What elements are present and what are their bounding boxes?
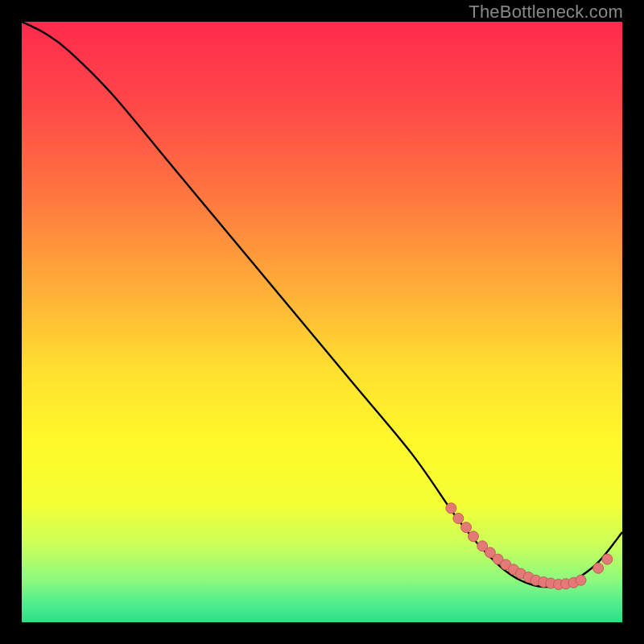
stage: TheBottleneck.com — [0, 0, 644, 644]
threshold-dot — [446, 503, 456, 514]
plot-frame — [20, 20, 624, 624]
threshold-dot — [461, 522, 472, 533]
threshold-dot — [593, 563, 604, 573]
threshold-dot — [576, 575, 586, 585]
threshold-dot — [602, 554, 613, 564]
chart-svg — [22, 22, 622, 622]
threshold-dot — [453, 513, 464, 523]
threshold-dot — [469, 531, 479, 542]
background-gradient — [22, 22, 622, 622]
